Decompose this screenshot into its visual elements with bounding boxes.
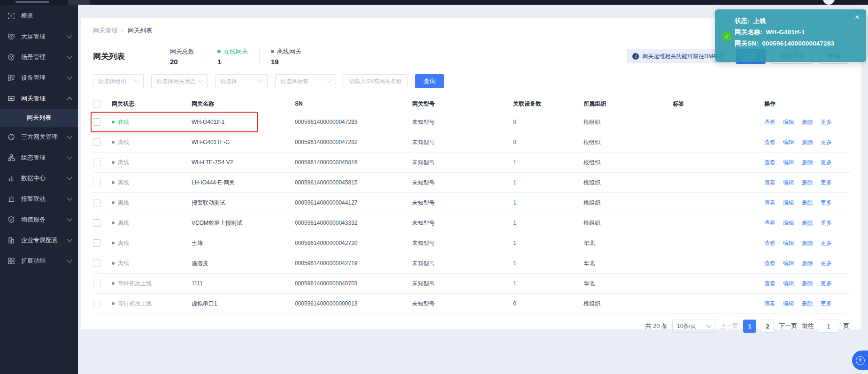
sidebar-item-overview[interactable]: 概览 (0, 6, 78, 26)
org-select[interactable]: 请选择组织 (93, 74, 144, 88)
gateway-icon (8, 95, 15, 102)
more-link[interactable]: 更多 (821, 239, 832, 247)
sidebar-item-label: 三方网关管理 (21, 133, 58, 141)
linked-device-count[interactable]: 1 (513, 193, 584, 213)
stat-total-label: 网关总数 (170, 47, 194, 56)
view-link[interactable]: 查看 (764, 239, 776, 247)
sidebar-item-gateway-mgmt[interactable]: 网关管理 (0, 88, 78, 109)
delete-link[interactable]: 删除 (802, 199, 813, 207)
delete-link[interactable]: 删除 (802, 179, 813, 187)
page-button-2[interactable]: 2 (761, 320, 774, 333)
prev-page-button[interactable]: 上一页 (720, 322, 738, 330)
row-checkbox[interactable] (93, 280, 100, 287)
edit-link[interactable]: 编辑 (783, 300, 794, 308)
more-link[interactable]: 更多 (821, 260, 832, 267)
help-button[interactable]: ? (852, 351, 868, 370)
view-link[interactable]: 查看 (764, 159, 776, 167)
more-link[interactable]: 更多 (821, 138, 832, 146)
view-link[interactable]: 查看 (764, 280, 776, 288)
sidebar-item-alarm-linkage[interactable]: 报警联动 (0, 189, 78, 209)
close-icon[interactable]: × (855, 13, 860, 21)
linked-device-count[interactable]: 1 (513, 233, 584, 253)
row-checkbox[interactable] (93, 260, 100, 267)
sidebar-subitem-label: 网关列表 (27, 114, 51, 122)
edit-link[interactable]: 编辑 (783, 260, 794, 267)
goto-page-input[interactable] (819, 320, 838, 333)
delete-link[interactable]: 删除 (802, 300, 813, 308)
sidebar-subitem-gateway-list[interactable]: 网关列表 (0, 109, 78, 127)
more-link[interactable]: 更多 (821, 219, 832, 227)
sidebar-item-value-added[interactable]: 增值服务 (0, 209, 78, 230)
sidebar-item-data-center[interactable]: 数据中心 (0, 168, 78, 189)
delete-link[interactable]: 删除 (802, 159, 813, 167)
sidebar-item-screen-mgmt[interactable]: 大屏管理 (0, 26, 78, 47)
sidebar-item-scene-mgmt[interactable]: 场景管理 (0, 47, 78, 68)
stat-online: 在线网关 1 (217, 47, 248, 66)
sidebar-item-extensions[interactable]: 扩展功能 (0, 251, 78, 271)
more-link[interactable]: 更多 (821, 280, 832, 288)
gateway-name: LH-IO444-E-网关 (192, 173, 295, 193)
linked-device-count[interactable]: 1 (513, 274, 584, 294)
linked-device-count[interactable]: 1 (513, 173, 584, 193)
breadcrumb-parent[interactable]: 网关管理 (93, 26, 117, 35)
delete-link[interactable]: 删除 (802, 260, 813, 267)
view-link[interactable]: 查看 (764, 300, 776, 308)
view-link[interactable]: 查看 (764, 179, 776, 187)
edit-link[interactable]: 编辑 (783, 118, 794, 126)
linked-device-count[interactable]: 1 (513, 153, 584, 173)
more-link[interactable]: 更多 (821, 118, 832, 126)
sidebar-item-enterprise-conf[interactable]: 企业专属配置 (0, 230, 78, 251)
page-size-select[interactable]: 10条/页 (672, 320, 715, 333)
linked-device-count[interactable]: 1 (513, 253, 584, 274)
top-bar (0, 0, 868, 5)
search-button[interactable]: 查询 (415, 74, 444, 88)
view-link[interactable]: 查看 (764, 118, 776, 126)
sn-search-input[interactable] (344, 74, 407, 88)
more-link[interactable]: 更多 (821, 300, 832, 308)
edit-link[interactable]: 编辑 (783, 138, 794, 146)
row-checkbox[interactable] (93, 300, 100, 307)
row-actions: 查看编辑删除更多 (764, 239, 851, 247)
select-all-checkbox[interactable] (93, 100, 100, 107)
status-dot-icon (112, 282, 115, 285)
edit-link[interactable]: 编辑 (783, 239, 794, 247)
edit-link[interactable]: 编辑 (783, 179, 794, 187)
delete-link[interactable]: 删除 (802, 118, 813, 126)
view-link[interactable]: 查看 (764, 138, 776, 146)
linked-device-count[interactable]: 1 (513, 213, 584, 233)
delete-link[interactable]: 删除 (802, 138, 813, 146)
edit-link[interactable]: 编辑 (783, 159, 794, 167)
row-checkbox[interactable] (93, 239, 100, 247)
model-select[interactable]: 请选择 (215, 74, 268, 88)
row-checkbox[interactable] (93, 138, 100, 146)
total-count: 共 20 条 (645, 322, 668, 330)
view-link[interactable]: 查看 (764, 199, 776, 207)
tag-select[interactable]: 请选择标签 (275, 74, 336, 88)
view-link[interactable]: 查看 (764, 260, 776, 267)
delete-link[interactable]: 删除 (802, 239, 813, 247)
next-page-button[interactable]: 下一页 (779, 322, 797, 330)
row-checkbox[interactable] (93, 219, 100, 227)
gateway-status-select[interactable]: 请选择网关状态 (151, 74, 207, 88)
gateway-sn: 00059614000000043332 (295, 213, 412, 233)
edit-link[interactable]: 编辑 (783, 280, 794, 288)
edit-link[interactable]: 编辑 (783, 199, 794, 207)
logo (15, 1, 49, 3)
sidebar-item-device-mgmt[interactable]: 设备管理 (0, 68, 78, 88)
more-link[interactable]: 更多 (821, 199, 832, 207)
row-checkbox[interactable] (93, 179, 100, 186)
row-checkbox[interactable] (93, 159, 100, 166)
view-link[interactable]: 查看 (764, 219, 776, 227)
more-link[interactable]: 更多 (821, 159, 832, 167)
delete-link[interactable]: 删除 (802, 280, 813, 288)
edit-link[interactable]: 编辑 (783, 219, 794, 227)
delete-link[interactable]: 删除 (802, 219, 813, 227)
app-screen: 概览大屏管理场景管理设备管理网关管理网关列表三方网关管理组态管理数据中心报警联动… (0, 0, 868, 374)
sidebar-item-third-gateway[interactable]: 三方网关管理 (0, 127, 78, 147)
linked-device-count: 0 (513, 112, 584, 132)
sidebar-item-hmi-mgmt[interactable]: 组态管理 (0, 147, 78, 168)
page-button-1[interactable]: 1 (743, 320, 756, 333)
row-checkbox[interactable] (93, 199, 100, 206)
user-avatar[interactable] (823, 0, 835, 5)
more-link[interactable]: 更多 (821, 179, 832, 187)
